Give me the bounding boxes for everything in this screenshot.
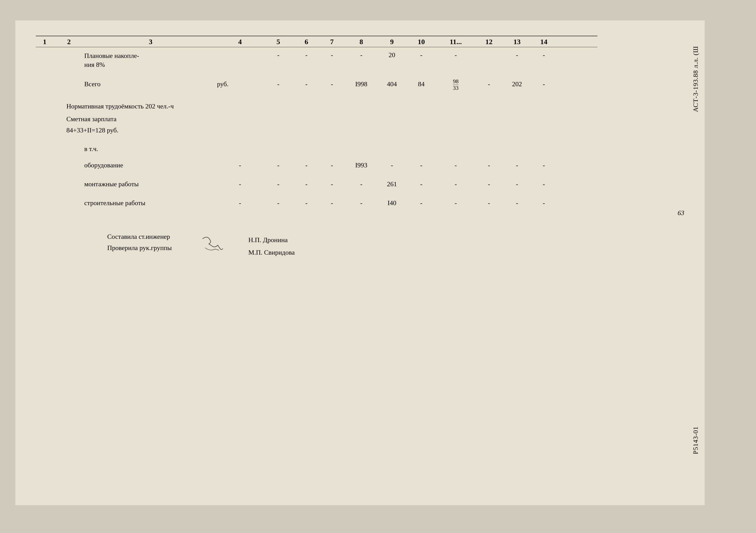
cell-r8-c11: - (437, 199, 475, 207)
cell-r2-c12: - (475, 80, 503, 88)
cell-r8-c8: - (345, 199, 378, 207)
col-header-7: 7 (319, 38, 345, 46)
cell-r1-c11: - (437, 51, 475, 59)
cell-r6-c14: - (531, 162, 556, 169)
name2: М.П. Свиридова (248, 246, 295, 259)
cell-r7-c9: 261 (378, 180, 406, 188)
checked-label: Проверила рук.группы (107, 242, 172, 254)
cell-r6-c3: оборудование (84, 161, 217, 170)
cell-r1-c5: - (263, 51, 294, 59)
cell-r8-c14: - (531, 199, 556, 207)
cell-r2-c10: 84 (406, 80, 437, 88)
table-section: 1 2 3 4 5 6 7 8 9 10 11... 12 13 14 (36, 36, 679, 259)
fraction-denominator: 33 (453, 85, 459, 91)
cell-r1-c9: 20 (378, 51, 406, 59)
cell-r6-c11: - (437, 162, 475, 169)
cell-r8-c3: строительные работы (84, 198, 217, 207)
cell-r7-c7: - (319, 180, 345, 188)
cell-r8-c12: - (475, 199, 503, 207)
signature-area (197, 234, 228, 256)
cell-r2-c3: Всего (84, 80, 217, 89)
col-header-9: 9 (378, 38, 406, 46)
col-header-3: 3 (84, 38, 217, 46)
col-header-13: 13 (503, 38, 531, 46)
table-row: Всего руб. - - - I998 404 84 98 33 - (36, 75, 597, 93)
cell-r2-c6: - (294, 80, 319, 88)
cell-r2-c8: I998 (345, 80, 378, 88)
table-row: строительные работы - - - - - I40 - - - … (36, 195, 597, 211)
cell-r7-c4: - (217, 180, 263, 188)
composed-by-block: Составила ст.инженер Проверила рук.групп… (107, 231, 172, 254)
cell-r1-c10: - (406, 51, 437, 59)
col-header-14: 14 (531, 38, 556, 46)
cell-r1-c8: - (345, 51, 378, 59)
names-area: Н.П. Дронина М.П. Свиридова (248, 234, 295, 259)
cell-r6-c13: - (503, 162, 531, 169)
col-header-11: 11... (437, 38, 475, 46)
cell-r2-c4: руб. (217, 80, 263, 88)
side-num-middle: 63 (678, 209, 684, 217)
signature-svg (197, 234, 228, 254)
table-row: в т.ч. (36, 141, 597, 157)
cell-r2-c9: 404 (378, 80, 406, 88)
cell-r2-c13: 202 (503, 80, 531, 88)
cell-r7-c8: - (345, 180, 378, 188)
col-header-2: 2 (54, 38, 84, 46)
cell-r7-c13: - (503, 180, 531, 188)
cell-r7-c11: - (437, 180, 475, 188)
cell-r6-c6: - (294, 162, 319, 169)
data-rows: Плановые накопле-ния 8% - - - - 20 - - -… (36, 50, 597, 211)
col-header-10: 10 (406, 38, 437, 46)
cell-r1-c14: - (531, 51, 556, 59)
side-text-top: АСТ-3-193.88 л.л. (Ш (692, 46, 700, 112)
composed-label: Составила ст.инженер (107, 231, 172, 242)
cell-r8-c9: I40 (378, 199, 406, 207)
cell-r7-c10: - (406, 180, 437, 188)
cell-r1-c3: Плановые накопле-ния 8% (84, 51, 217, 69)
table-row: Плановые накопле-ния 8% - - - - 20 - - -… (36, 50, 597, 73)
cell-r7-c3: монтажные работы (84, 180, 217, 189)
cell-r6-c4: - (217, 162, 263, 169)
cell-r6-c12: - (475, 162, 503, 169)
fraction-98-33: 98 33 (453, 78, 459, 91)
cell-r8-c13: - (503, 199, 531, 207)
table-row: монтажные работы - - - - - 261 - - - - - (36, 177, 597, 192)
cell-r6-c9: - (378, 162, 406, 169)
table-row: оборудование - - - - I993 - - - - - - (36, 158, 597, 173)
col-header-8: 8 (345, 38, 378, 46)
col-header-12: 12 (475, 38, 503, 46)
cell-r6-c5: - (263, 162, 294, 169)
bottom-section: Составила ст.инженер Проверила рук.групп… (36, 231, 597, 259)
cell-r7-c12: - (475, 180, 503, 188)
cell-r6-c8: I993 (345, 162, 378, 169)
side-text-bottom: Р5143-01 (692, 426, 700, 454)
cell-r7-c14: - (531, 180, 556, 188)
cell-r1-c7: - (319, 51, 345, 59)
cell-r7-c5: - (263, 180, 294, 188)
col-header-4: 4 (217, 38, 263, 46)
cell-r1-c13: - (503, 51, 531, 59)
cell-r8-c7: - (319, 199, 345, 207)
salary-note: Сметная зарплата84+33+II=128 руб. (67, 114, 597, 136)
cell-r2-c5: - (263, 80, 294, 88)
cell-r1-c6: - (294, 51, 319, 59)
col-header-6: 6 (294, 38, 319, 46)
normative-note: Нормативная трудоёмкость 202 чел.-ч (67, 101, 597, 112)
cell-r2-c7: - (319, 80, 345, 88)
cell-r2-c11: 98 33 (437, 77, 475, 91)
cell-r8-c10: - (406, 199, 437, 207)
normative-note-text: Нормативная трудоёмкость 202 чел.-ч (67, 103, 174, 110)
fraction-numerator: 98 (453, 78, 459, 85)
notes-section: Нормативная трудоёмкость 202 чел.-ч Смет… (36, 101, 597, 136)
cell-r2-c14: - (531, 80, 556, 88)
content-area: 1 2 3 4 5 6 7 8 9 10 11... 12 13 14 (36, 36, 679, 470)
cell-r5-c3: в т.ч. (84, 144, 217, 153)
col-header-5: 5 (263, 38, 294, 46)
cell-r8-c6: - (294, 199, 319, 207)
col-header-1: 1 (36, 38, 54, 46)
page: 1 2 3 4 5 6 7 8 9 10 11... 12 13 14 (15, 20, 705, 505)
cell-r8-c4: - (217, 199, 263, 207)
cell-r7-c6: - (294, 180, 319, 188)
header-row: 1 2 3 4 5 6 7 8 9 10 11... 12 13 14 (36, 36, 597, 47)
cell-r6-c10: - (406, 162, 437, 169)
